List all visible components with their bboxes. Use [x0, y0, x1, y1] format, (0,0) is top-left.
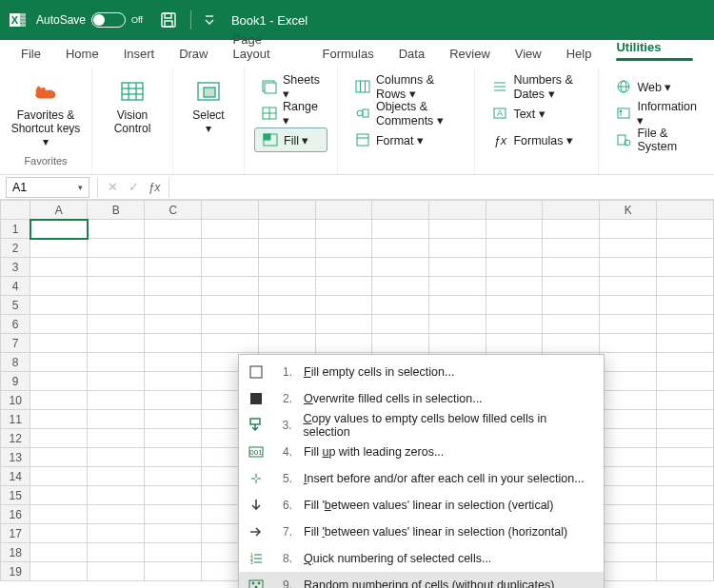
menu-item-insert-around[interactable]: 5.Insert before and/or after each cell i…	[239, 465, 604, 492]
row-header[interactable]: 18	[1, 543, 30, 562]
cell[interactable]	[145, 239, 202, 258]
cell[interactable]	[600, 505, 657, 524]
format-button[interactable]: Format ▾	[347, 127, 465, 152]
cell[interactable]	[315, 296, 372, 315]
cell[interactable]	[315, 315, 372, 334]
cell[interactable]	[145, 448, 202, 467]
cell[interactable]	[600, 543, 657, 562]
menu-item-arrow-down[interactable]: 6.Fill 'between values' linear in select…	[239, 492, 604, 519]
cell[interactable]	[657, 220, 714, 239]
cell[interactable]	[600, 486, 657, 505]
row-header[interactable]: 1	[1, 220, 30, 239]
cell[interactable]	[543, 239, 600, 258]
cell[interactable]	[259, 239, 316, 258]
row-header[interactable]: 10	[1, 391, 30, 410]
cell[interactable]	[657, 334, 714, 353]
cell[interactable]	[88, 353, 145, 372]
menu-item-leading-zeros[interactable]: 0014.Fill up with leading zeros...	[239, 439, 604, 465]
cell[interactable]	[30, 429, 88, 448]
cell[interactable]	[429, 277, 486, 296]
tab-home[interactable]: Home	[54, 41, 110, 69]
cell[interactable]	[88, 239, 145, 258]
cell[interactable]	[486, 315, 543, 334]
cell[interactable]	[202, 277, 259, 296]
menu-item-arrow-right[interactable]: 7.Fill 'between values' linear in select…	[239, 519, 604, 545]
name-box[interactable]: A1 ▾	[6, 177, 89, 198]
cell[interactable]	[486, 220, 543, 239]
tab-data[interactable]: Data	[387, 41, 436, 69]
column-header[interactable]: B	[88, 201, 145, 220]
cell[interactable]	[315, 258, 372, 277]
cell[interactable]	[543, 258, 600, 277]
cell[interactable]	[315, 220, 372, 239]
tab-formulas[interactable]: Formulas	[311, 41, 386, 69]
cell[interactable]	[657, 315, 714, 334]
cell[interactable]	[202, 258, 259, 277]
cell[interactable]	[30, 467, 88, 486]
cell[interactable]	[88, 372, 145, 391]
column-header[interactable]	[259, 201, 316, 220]
row-header[interactable]: 17	[1, 524, 30, 543]
select-all-corner[interactable]	[1, 201, 30, 220]
range-button[interactable]: Range ▾	[254, 101, 327, 126]
cell[interactable]	[88, 315, 145, 334]
cell[interactable]	[259, 258, 316, 277]
cell[interactable]	[202, 296, 259, 315]
sheets-button[interactable]: Sheets ▾	[254, 74, 327, 99]
cell[interactable]	[145, 372, 202, 391]
cell[interactable]	[202, 315, 259, 334]
cell[interactable]	[372, 296, 429, 315]
formula-input[interactable]	[173, 177, 714, 198]
cell[interactable]	[30, 505, 88, 524]
cell[interactable]	[600, 353, 657, 372]
cell[interactable]	[600, 220, 657, 239]
cell[interactable]	[600, 296, 657, 315]
cell[interactable]	[429, 239, 486, 258]
menu-item-number-list[interactable]: 1238.Quick numbering of selected cells..…	[239, 545, 604, 572]
cell[interactable]	[259, 315, 316, 334]
cell[interactable]	[88, 277, 145, 296]
cell[interactable]	[543, 296, 600, 315]
cell[interactable]	[30, 486, 88, 505]
cell[interactable]	[145, 391, 202, 410]
cell[interactable]	[88, 410, 145, 429]
column-header[interactable]	[657, 201, 714, 220]
row-header[interactable]: 11	[1, 410, 30, 429]
cell[interactable]	[30, 258, 88, 277]
cell[interactable]	[259, 334, 316, 353]
cell[interactable]	[259, 296, 316, 315]
cell[interactable]	[145, 353, 202, 372]
cell[interactable]	[145, 524, 202, 543]
column-header[interactable]	[429, 201, 486, 220]
cell[interactable]	[88, 467, 145, 486]
cell[interactable]	[429, 315, 486, 334]
cell[interactable]	[145, 220, 202, 239]
cell[interactable]	[30, 277, 88, 296]
row-header[interactable]: 6	[1, 315, 30, 334]
row-header[interactable]: 5	[1, 296, 30, 315]
cell[interactable]	[315, 277, 372, 296]
favorites-button[interactable]: Favorites & Shortcut keys ▾	[10, 74, 82, 155]
cell[interactable]	[657, 486, 714, 505]
cell[interactable]	[259, 277, 316, 296]
information-button[interactable]: Information ▾	[608, 101, 704, 126]
column-header[interactable]	[486, 201, 543, 220]
cell[interactable]	[30, 391, 88, 410]
cell[interactable]	[657, 524, 714, 543]
cell[interactable]	[429, 296, 486, 315]
cell[interactable]	[486, 239, 543, 258]
cell[interactable]	[657, 410, 714, 429]
cell[interactable]	[30, 448, 88, 467]
cell[interactable]	[88, 486, 145, 505]
cell[interactable]	[145, 277, 202, 296]
row-header[interactable]: 8	[1, 353, 30, 372]
cell[interactable]	[30, 543, 88, 562]
cell[interactable]	[657, 467, 714, 486]
cell[interactable]	[372, 277, 429, 296]
cell[interactable]	[486, 334, 543, 353]
cell[interactable]	[600, 315, 657, 334]
cell[interactable]	[372, 315, 429, 334]
cell[interactable]	[657, 277, 714, 296]
cell[interactable]	[145, 410, 202, 429]
fx-button[interactable]: ƒx	[144, 181, 165, 194]
